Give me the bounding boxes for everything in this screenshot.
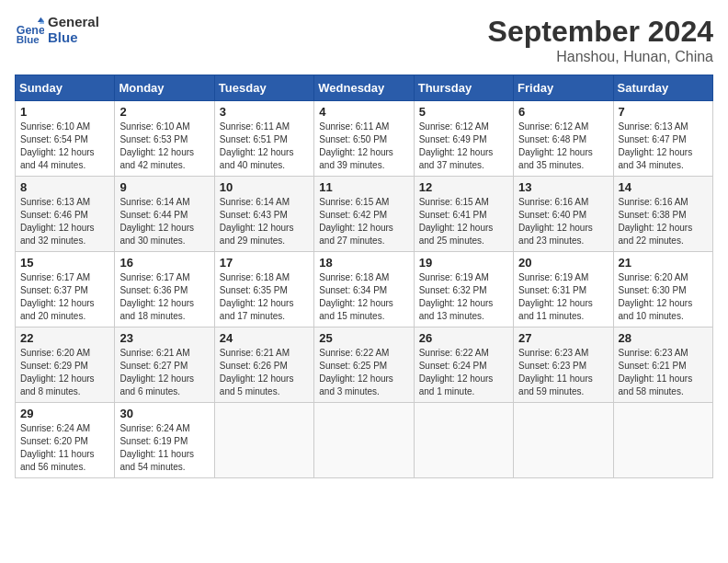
calendar-cell: 21 Sunrise: 6:20 AM Sunset: 6:30 PM Dayl… — [613, 252, 712, 327]
month-title: September 2024 — [488, 15, 713, 49]
logo-blue: Blue — [48, 30, 99, 46]
day-info: Sunrise: 6:17 AM Sunset: 6:37 PM Dayligh… — [20, 271, 109, 323]
day-number: 30 — [119, 407, 209, 420]
weekday-tuesday: Tuesday — [214, 75, 313, 101]
calendar-cell: 2 Sunrise: 6:10 AM Sunset: 6:53 PM Dayli… — [115, 101, 214, 177]
day-number: 21 — [619, 256, 708, 270]
weekday-friday: Friday — [514, 75, 613, 101]
day-number: 22 — [20, 331, 109, 345]
calendar-cell: 14 Sunrise: 6:16 AM Sunset: 6:38 PM Dayl… — [613, 177, 712, 252]
title-area: September 2024 Hanshou, Hunan, China — [488, 15, 713, 65]
logo-general: General — [48, 15, 99, 30]
weekday-wednesday: Wednesday — [314, 75, 414, 101]
day-info: Sunrise: 6:19 AM Sunset: 6:31 PM Dayligh… — [518, 271, 608, 323]
day-info: Sunrise: 6:12 AM Sunset: 6:48 PM Dayligh… — [518, 121, 608, 172]
day-number: 27 — [518, 331, 608, 345]
calendar-cell: 15 Sunrise: 6:17 AM Sunset: 6:37 PM Dayl… — [16, 252, 115, 327]
calendar-cell: 4 Sunrise: 6:11 AM Sunset: 6:50 PM Dayli… — [314, 101, 414, 177]
weekday-thursday: Thursday — [414, 75, 513, 101]
calendar-cell: 20 Sunrise: 6:19 AM Sunset: 6:31 PM Dayl… — [514, 252, 613, 327]
day-number: 16 — [119, 256, 209, 270]
calendar-cell — [613, 403, 712, 478]
day-info: Sunrise: 6:14 AM Sunset: 6:43 PM Dayligh… — [220, 196, 309, 247]
day-number: 1 — [20, 105, 109, 119]
calendar-cell — [514, 403, 613, 478]
day-number: 6 — [518, 105, 608, 119]
logo: General Blue General Blue — [15, 15, 99, 45]
calendar-table: SundayMondayTuesdayWednesdayThursdayFrid… — [15, 75, 713, 478]
day-number: 7 — [619, 105, 708, 119]
day-number: 20 — [518, 256, 608, 270]
week-row-3: 15 Sunrise: 6:17 AM Sunset: 6:37 PM Dayl… — [16, 252, 713, 327]
day-number: 29 — [20, 407, 109, 420]
day-number: 4 — [319, 105, 408, 119]
day-info: Sunrise: 6:12 AM Sunset: 6:49 PM Dayligh… — [419, 121, 508, 172]
calendar-cell: 17 Sunrise: 6:18 AM Sunset: 6:35 PM Dayl… — [214, 252, 313, 327]
day-info: Sunrise: 6:13 AM Sunset: 6:47 PM Dayligh… — [619, 121, 708, 172]
day-number: 15 — [20, 256, 109, 270]
calendar-cell: 30 Sunrise: 6:24 AM Sunset: 6:19 PM Dayl… — [115, 403, 214, 478]
logo-icon: General Blue — [15, 16, 44, 45]
day-info: Sunrise: 6:17 AM Sunset: 6:36 PM Dayligh… — [119, 271, 209, 323]
day-info: Sunrise: 6:21 AM Sunset: 6:26 PM Dayligh… — [220, 347, 309, 398]
day-number: 13 — [518, 180, 608, 194]
svg-text:Blue: Blue — [17, 34, 40, 45]
day-info: Sunrise: 6:16 AM Sunset: 6:38 PM Dayligh… — [619, 196, 708, 247]
day-number: 23 — [119, 331, 209, 345]
day-number: 12 — [419, 180, 508, 194]
week-row-2: 8 Sunrise: 6:13 AM Sunset: 6:46 PM Dayli… — [16, 177, 713, 252]
calendar-cell: 8 Sunrise: 6:13 AM Sunset: 6:46 PM Dayli… — [16, 177, 115, 252]
day-info: Sunrise: 6:15 AM Sunset: 6:42 PM Dayligh… — [319, 196, 408, 247]
calendar-cell: 22 Sunrise: 6:20 AM Sunset: 6:29 PM Dayl… — [16, 327, 115, 403]
day-number: 25 — [319, 331, 408, 345]
calendar-cell: 16 Sunrise: 6:17 AM Sunset: 6:36 PM Dayl… — [115, 252, 214, 327]
calendar-cell — [314, 403, 414, 478]
week-row-4: 22 Sunrise: 6:20 AM Sunset: 6:29 PM Dayl… — [16, 327, 713, 403]
calendar-cell: 3 Sunrise: 6:11 AM Sunset: 6:51 PM Dayli… — [214, 101, 313, 177]
page-header: General Blue General Blue September 2024… — [15, 15, 713, 65]
day-info: Sunrise: 6:22 AM Sunset: 6:24 PM Dayligh… — [419, 347, 508, 398]
day-number: 2 — [119, 105, 209, 119]
week-row-5: 29 Sunrise: 6:24 AM Sunset: 6:20 PM Dayl… — [16, 403, 713, 478]
calendar-cell: 6 Sunrise: 6:12 AM Sunset: 6:48 PM Dayli… — [514, 101, 613, 177]
calendar-cell: 29 Sunrise: 6:24 AM Sunset: 6:20 PM Dayl… — [16, 403, 115, 478]
day-number: 3 — [220, 105, 309, 119]
day-info: Sunrise: 6:24 AM Sunset: 6:20 PM Dayligh… — [20, 422, 109, 474]
day-info: Sunrise: 6:22 AM Sunset: 6:25 PM Dayligh… — [319, 347, 408, 398]
day-info: Sunrise: 6:14 AM Sunset: 6:44 PM Dayligh… — [119, 196, 209, 247]
calendar-cell: 13 Sunrise: 6:16 AM Sunset: 6:40 PM Dayl… — [514, 177, 613, 252]
calendar-cell: 28 Sunrise: 6:23 AM Sunset: 6:21 PM Dayl… — [613, 327, 712, 403]
week-row-1: 1 Sunrise: 6:10 AM Sunset: 6:54 PM Dayli… — [16, 101, 713, 177]
calendar-cell: 19 Sunrise: 6:19 AM Sunset: 6:32 PM Dayl… — [414, 252, 513, 327]
day-info: Sunrise: 6:16 AM Sunset: 6:40 PM Dayligh… — [518, 196, 608, 247]
location-title: Hanshou, Hunan, China — [488, 49, 713, 65]
day-info: Sunrise: 6:23 AM Sunset: 6:23 PM Dayligh… — [518, 347, 608, 398]
calendar-cell: 27 Sunrise: 6:23 AM Sunset: 6:23 PM Dayl… — [514, 327, 613, 403]
calendar-cell — [414, 403, 513, 478]
weekday-monday: Monday — [115, 75, 214, 101]
day-number: 8 — [20, 180, 109, 194]
day-info: Sunrise: 6:19 AM Sunset: 6:32 PM Dayligh… — [419, 271, 508, 323]
day-info: Sunrise: 6:10 AM Sunset: 6:53 PM Dayligh… — [119, 121, 209, 172]
day-number: 14 — [619, 180, 708, 194]
day-info: Sunrise: 6:18 AM Sunset: 6:34 PM Dayligh… — [319, 271, 408, 323]
day-number: 17 — [220, 256, 309, 270]
day-number: 24 — [220, 331, 309, 345]
day-number: 19 — [419, 256, 508, 270]
calendar-cell: 24 Sunrise: 6:21 AM Sunset: 6:26 PM Dayl… — [214, 327, 313, 403]
calendar-cell: 11 Sunrise: 6:15 AM Sunset: 6:42 PM Dayl… — [314, 177, 414, 252]
weekday-saturday: Saturday — [613, 75, 712, 101]
day-info: Sunrise: 6:21 AM Sunset: 6:27 PM Dayligh… — [119, 347, 209, 398]
calendar-cell: 10 Sunrise: 6:14 AM Sunset: 6:43 PM Dayl… — [214, 177, 313, 252]
calendar-body: 1 Sunrise: 6:10 AM Sunset: 6:54 PM Dayli… — [16, 101, 713, 478]
day-info: Sunrise: 6:20 AM Sunset: 6:29 PM Dayligh… — [20, 347, 109, 398]
calendar-cell — [214, 403, 313, 478]
calendar-cell: 9 Sunrise: 6:14 AM Sunset: 6:44 PM Dayli… — [115, 177, 214, 252]
day-number: 26 — [419, 331, 508, 345]
day-info: Sunrise: 6:20 AM Sunset: 6:30 PM Dayligh… — [619, 271, 708, 323]
day-info: Sunrise: 6:24 AM Sunset: 6:19 PM Dayligh… — [119, 422, 209, 474]
day-number: 11 — [319, 180, 408, 194]
day-info: Sunrise: 6:10 AM Sunset: 6:54 PM Dayligh… — [20, 121, 109, 172]
weekday-sunday: Sunday — [16, 75, 115, 101]
calendar-cell: 12 Sunrise: 6:15 AM Sunset: 6:41 PM Dayl… — [414, 177, 513, 252]
